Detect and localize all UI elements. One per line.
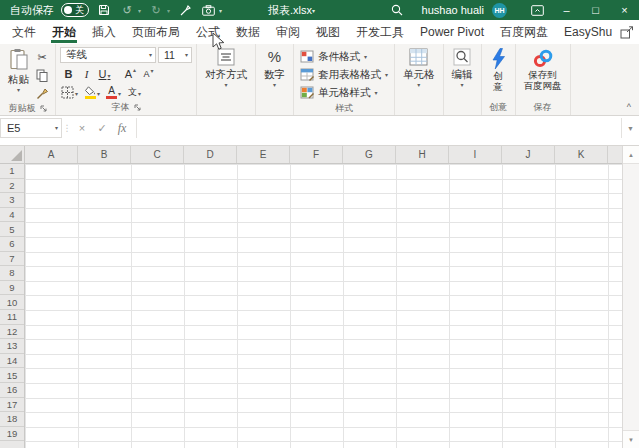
conditional-formatting-button[interactable]: 条件格式 ▾ <box>298 48 390 65</box>
cell-styles-button[interactable]: 单元格样式 ▾ <box>298 84 390 101</box>
undo-button[interactable]: ↺ <box>119 2 135 18</box>
copy-button[interactable] <box>33 67 51 83</box>
column-header[interactable]: H <box>396 146 449 163</box>
format-as-table-button[interactable]: 套用表格格式 ▾ <box>298 66 390 83</box>
row-header[interactable]: 16 <box>0 383 24 398</box>
column-header[interactable]: G <box>343 146 396 163</box>
cancel-icon[interactable]: × <box>72 118 92 138</box>
ribbon-tab[interactable]: 视图 <box>308 20 348 44</box>
autosave-toggle[interactable]: 关 <box>61 3 89 17</box>
alignment-button[interactable]: 对齐方式 ▾ <box>201 47 251 100</box>
italic-button[interactable]: I <box>78 65 95 81</box>
name-box[interactable]: E5 ▾ <box>0 118 62 138</box>
ribbon-tab[interactable]: 审阅 <box>268 20 308 44</box>
column-header[interactable]: F <box>290 146 343 163</box>
column-header[interactable]: K <box>555 146 608 163</box>
column-header-partial[interactable] <box>608 146 622 163</box>
clipboard-dialog-launcher-icon[interactable] <box>40 105 47 112</box>
row-header[interactable]: 2 <box>0 179 24 194</box>
font-dialog-launcher-icon[interactable] <box>134 104 141 111</box>
redo-button[interactable]: ↻ <box>148 2 164 18</box>
underline-button[interactable]: U▾ <box>96 65 113 81</box>
phonetic-guide-button[interactable]: 文 ▾ <box>126 83 143 99</box>
column-header[interactable]: A <box>25 146 78 163</box>
row-header[interactable]: 1 <box>0 164 24 179</box>
scroll-down-icon[interactable]: ▼ <box>623 430 639 448</box>
collapse-ribbon-icon[interactable]: ^ <box>627 102 631 112</box>
ribbon-tab[interactable]: 页面布局 <box>124 20 188 44</box>
ribbon-tab[interactable]: 开始 <box>44 20 84 44</box>
editing-button[interactable]: 编辑 ▾ <box>448 47 477 100</box>
column-header[interactable]: E <box>237 146 290 163</box>
ribbon-tab[interactable]: 文件 <box>4 20 44 44</box>
row-header[interactable]: 7 <box>0 252 24 267</box>
row-header[interactable]: 3 <box>0 193 24 208</box>
vertical-scrollbar[interactable]: ▲ ▼ <box>622 146 639 448</box>
insert-function-icon[interactable]: fx <box>112 118 132 138</box>
fill-color-button[interactable]: ▾ <box>83 83 101 99</box>
column-header[interactable]: J <box>502 146 555 163</box>
row-header[interactable]: 14 <box>0 354 24 369</box>
column-header[interactable]: I <box>449 146 502 163</box>
row-header[interactable]: 18 <box>0 412 24 427</box>
decrease-font-button[interactable]: A▾ <box>140 65 157 81</box>
row-header[interactable]: 19 <box>0 427 24 442</box>
row-header[interactable]: 5 <box>0 222 24 237</box>
row-header[interactable]: 17 <box>0 398 24 413</box>
row-header[interactable]: 15 <box>0 368 24 383</box>
row-header[interactable]: 12 <box>0 325 24 340</box>
ideas-button[interactable]: 创意 <box>486 47 511 100</box>
row-header[interactable]: 6 <box>0 237 24 252</box>
formula-input[interactable] <box>136 118 621 138</box>
font-size-combobox[interactable]: 11 ▾ <box>158 47 192 63</box>
save-to-baidu-button[interactable]: 保存到百度网盘 <box>520 47 566 100</box>
font-name-combobox[interactable]: 等线 ▾ <box>60 47 156 63</box>
scrollbar-track[interactable] <box>623 164 639 430</box>
formula-bar-expand-icon[interactable]: ▼ <box>621 118 639 138</box>
borders-button[interactable]: ▾ <box>60 83 79 99</box>
enter-icon[interactable]: ✓ <box>92 118 112 138</box>
format-painter-qat-icon[interactable] <box>177 2 193 18</box>
formula-bar-drag-handle[interactable]: ⋮ <box>62 123 72 133</box>
camera-icon[interactable] <box>200 2 216 18</box>
number-button[interactable]: % 数字 ▾ <box>260 47 289 100</box>
row-header[interactable]: 8 <box>0 266 24 281</box>
ribbon-tab[interactable]: 数据 <box>228 20 268 44</box>
redo-caret-icon[interactable]: ▾ <box>167 7 170 14</box>
column-header[interactable]: B <box>78 146 131 163</box>
row-header[interactable]: 13 <box>0 339 24 354</box>
ribbon-tab[interactable]: EasyShu <box>556 20 620 44</box>
search-icon[interactable] <box>386 0 408 20</box>
close-button[interactable]: × <box>610 0 639 20</box>
format-painter-button[interactable] <box>33 85 51 101</box>
ribbon-display-options-icon[interactable] <box>523 0 552 20</box>
select-all-button[interactable] <box>0 146 25 163</box>
qat-customize-icon[interactable]: ▾ <box>219 7 222 14</box>
row-header[interactable]: 9 <box>0 281 24 296</box>
ribbon-tab[interactable]: 插入 <box>84 20 124 44</box>
column-header[interactable]: D <box>184 146 237 163</box>
ribbon-tab[interactable]: 开发工具 <box>348 20 412 44</box>
minimize-button[interactable]: – <box>552 0 581 20</box>
sheet-grid[interactable] <box>25 164 622 448</box>
row-header[interactable]: 4 <box>0 208 24 223</box>
maximize-button[interactable]: □ <box>581 0 610 20</box>
ribbon-tab[interactable]: Power Pivot <box>412 20 492 44</box>
font-color-button[interactable]: A ▾ <box>105 83 122 99</box>
user-name[interactable]: hushao huali <box>422 4 484 16</box>
row-header[interactable]: 10 <box>0 295 24 310</box>
scroll-up-icon[interactable]: ▲ <box>623 146 639 164</box>
column-header[interactable]: C <box>131 146 184 163</box>
paste-button[interactable]: 粘贴 ▾ <box>4 47 33 101</box>
cut-button[interactable]: ✂ <box>33 49 51 65</box>
bold-button[interactable]: B <box>60 65 77 81</box>
undo-caret-icon[interactable]: ▾ <box>138 7 141 14</box>
increase-font-button[interactable]: A▾ <box>122 65 139 81</box>
avatar[interactable]: HH <box>492 3 507 18</box>
ribbon-tab[interactable]: 百度网盘 <box>492 20 556 44</box>
row-header[interactable]: 11 <box>0 310 24 325</box>
cells-button[interactable]: 单元格 ▾ <box>399 47 439 100</box>
document-title[interactable]: 报表.xlsx ▾ <box>268 0 315 20</box>
save-icon[interactable] <box>96 2 112 18</box>
share-icon[interactable] <box>620 26 634 39</box>
